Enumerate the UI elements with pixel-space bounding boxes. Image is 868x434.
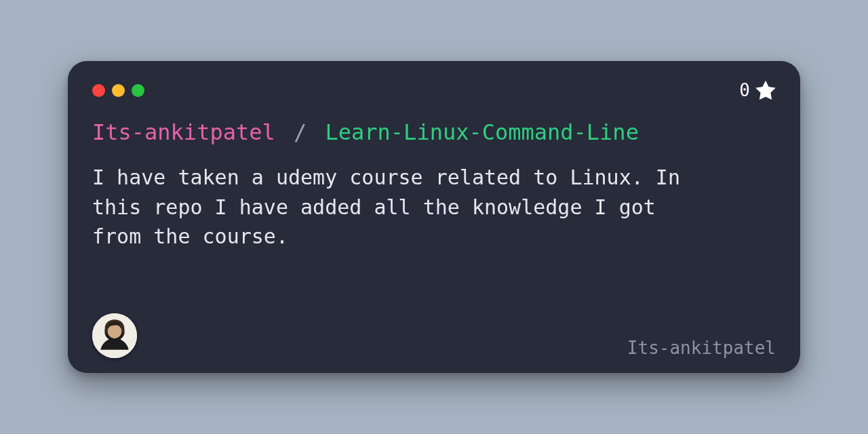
title-separator: / xyxy=(294,119,307,145)
repo-name[interactable]: Learn-Linux-Command-Line xyxy=(326,119,639,145)
maximize-icon[interactable] xyxy=(132,84,144,97)
star-icon xyxy=(755,80,776,100)
repo-card: 0 Its-ankitpatel / Learn-Linux-Command-L… xyxy=(68,61,800,373)
card-footer: Its-ankitpatel xyxy=(92,313,776,358)
avatar[interactable] xyxy=(92,313,137,358)
svg-point-1 xyxy=(108,325,122,339)
topbar: 0 xyxy=(92,80,776,100)
repo-owner[interactable]: Its-ankitpatel xyxy=(92,119,275,145)
owner-handle[interactable]: Its-ankitpatel xyxy=(627,338,776,358)
minimize-icon[interactable] xyxy=(112,84,125,97)
window-controls xyxy=(92,84,144,97)
star-count-value: 0 xyxy=(739,80,750,100)
repo-description: I have taken a udemy course related to L… xyxy=(92,163,716,252)
close-icon[interactable] xyxy=(92,84,105,97)
repo-title: Its-ankitpatel / Learn-Linux-Command-Lin… xyxy=(92,119,776,145)
star-count: 0 xyxy=(739,80,776,100)
